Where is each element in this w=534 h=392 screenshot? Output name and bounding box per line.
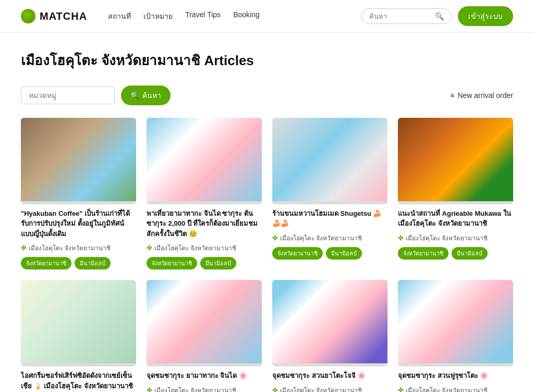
main-content: เมืองโฮคุโตะ จังหวัดยามานาชิ Articles 🔍 … (0, 33, 534, 392)
article-location: เมืองโฮคุโตะ จังหวัดยามานาชิ (280, 233, 362, 243)
navbar: MATCHA สถานที่ เป้าหมาย Travel Tips Book… (0, 0, 534, 33)
article-card[interactable]: พาเที่ยวยามาทากะ จินได ซากุระ ต้นซากุระ … (147, 118, 262, 270)
filter-search-button[interactable]: 🔍 ค้นหา (121, 85, 171, 105)
search-box: 🔍 (361, 8, 452, 24)
nav-link-booking[interactable]: Booking (233, 10, 260, 22)
article-tags: จังหวัดยามานาชิมีนามิอลป์ (147, 257, 262, 270)
article-card[interactable]: จุดชมซากุระ สวนฟูรุซาโตะ 🌸✤ เมืองโฮคุโตะ… (398, 280, 513, 392)
article-tags: จังหวัดยามานาชิมีนามิอลป์ (21, 257, 136, 270)
search-icon-small: 🔍 (130, 91, 139, 100)
meta-icon: ✤ (398, 386, 404, 393)
article-location: เมืองโฮคุโตะ จังหวัดยามานาชิ (154, 385, 236, 393)
article-meta: ✤ เมืองโฮคุโตะ จังหวัดยามานาชิ (147, 385, 262, 393)
article-location: เมืองโฮคุโตะ จังหวัดยามานาชิ (29, 243, 111, 253)
article-tags: จังหวัดยามานาชิมีนามิอลป์ (398, 247, 513, 260)
page-title: เมืองโฮคุโตะ จังหวัดยามานาชิ Articles (21, 50, 513, 71)
article-location: เมืองโฮคุโตะ จังหวัดยามานาชิ (280, 385, 362, 393)
article-tag[interactable]: มีนามิอลป์ (326, 247, 362, 260)
article-tag[interactable]: จังหวัดยามานาชิ (21, 257, 71, 270)
article-location: เมืองโฮคุโตะ จังหวัดยามานาชิ (154, 243, 236, 253)
article-meta: ✤ เมืองโฮคุโตะ จังหวัดยามานาชิ (147, 243, 262, 253)
article-meta: ✤ เมืองโฮคุโตะ จังหวัดยามานาชิ (272, 385, 387, 393)
articles-grid: "Hyakuban Coffee" เป็นร้านเก่าที่ได้รับก… (21, 118, 513, 392)
article-tag[interactable]: จังหวัดยามานาชิ (147, 257, 197, 270)
article-title: พาเที่ยวยามาทากะ จินได ซากุระ ต้นซากุระ … (147, 209, 262, 239)
nav-right: 🔍 เข้าสู่ระบบ (361, 6, 513, 26)
meta-icon: ✤ (272, 386, 278, 393)
article-title: จุดชมซากุระ สวนฟูรุซาโตะ 🌸 (398, 371, 513, 381)
nav-link-travel-tips[interactable]: Travel Tips (185, 10, 221, 22)
article-tag[interactable]: จังหวัดยามานาชิ (398, 247, 448, 260)
article-title: จุดชมซากุระ ยามาทากะ จินได 🌸 (147, 371, 262, 381)
article-title: ไอศกรีมซอร์ฟเสิร์ฟซิอัดดังจากเซย์เซ็นเชี… (21, 371, 136, 391)
filter-search-label: ค้นหา (142, 90, 161, 101)
article-thumbnail (398, 280, 513, 366)
article-thumbnail (147, 118, 262, 204)
nav-links: สถานที่ เป้าหมาย Travel Tips Booking (108, 10, 260, 22)
category-filter-input[interactable] (21, 87, 115, 104)
article-meta: ✤ เมืองโฮคุโตะ จังหวัดยามานาชิ (398, 385, 513, 393)
article-meta: ✤ เมืองโฮคุโตะ จังหวัดยามานาชิ (398, 233, 513, 243)
meta-icon: ✤ (21, 244, 27, 252)
article-thumbnail (21, 280, 136, 366)
article-meta: ✤ เมืองโฮคุโตะ จังหวัดยามานาชิ (272, 233, 387, 243)
meta-icon: ✤ (147, 244, 152, 252)
logo-circle-icon (21, 9, 35, 23)
meta-icon: ✤ (272, 234, 278, 242)
search-icon: 🔍 (435, 12, 444, 20)
article-title: ร้านขนมหวานโฮมเมด Shugetsu 🍰🍰🍰 (272, 209, 387, 229)
article-tags: จังหวัดยามานาชิมีนามิอลป์ (272, 247, 387, 260)
article-location: เมืองโฮคุโตะ จังหวัดยามานาชิ (406, 385, 488, 393)
article-tag[interactable]: จังหวัดยามานาชิ (272, 247, 323, 260)
article-card[interactable]: ไอศกรีมซอร์ฟเสิร์ฟซิอัดดังจากเซย์เซ็นเชี… (21, 280, 136, 392)
sort-selector[interactable]: ≡ New arrival order (450, 91, 513, 100)
nav-link-spots[interactable]: สถานที่ (108, 10, 131, 22)
article-thumbnail (21, 118, 136, 204)
search-input[interactable] (369, 13, 432, 20)
nav-link-goals[interactable]: เป้าหมาย (143, 10, 173, 22)
article-card[interactable]: จุดชมซากุระ ยามาทากะ จินได 🌸✤ เมืองโฮคุโ… (147, 280, 262, 392)
filter-bar: 🔍 ค้นหา ≡ New arrival order (21, 85, 513, 105)
sort-label-text: New arrival order (457, 91, 513, 100)
article-card[interactable]: "Hyakuban Coffee" เป็นร้านเก่าที่ได้รับก… (21, 118, 136, 270)
article-card[interactable]: แนะนำสถานที่ Agrieable Mukawa ในเมืองโฮค… (398, 118, 513, 270)
article-card[interactable]: ร้านขนมหวานโฮมเมด Shugetsu 🍰🍰🍰✤ เมืองโฮค… (272, 118, 387, 270)
article-thumbnail (398, 118, 513, 204)
article-thumbnail (272, 280, 387, 366)
meta-icon: ✤ (147, 386, 152, 393)
sort-icon: ≡ (450, 91, 454, 100)
article-title: จุดชมซากุระ สวนยาโตะโจจิ 🌸 (272, 371, 387, 381)
meta-icon: ✤ (398, 234, 404, 242)
article-tag[interactable]: มีนามิอลป์ (75, 257, 111, 270)
logo-text: MATCHA (40, 10, 87, 22)
article-title: "Hyakuban Coffee" เป็นร้านเก่าที่ได้รับก… (21, 209, 136, 239)
article-location: เมืองโฮคุโตะ จังหวัดยามานาชิ (406, 233, 488, 243)
logo-link[interactable]: MATCHA (21, 9, 87, 23)
article-tag[interactable]: มีนามิอลป์ (452, 247, 488, 260)
article-card[interactable]: จุดชมซากุระ สวนยาโตะโจจิ 🌸✤ เมืองโฮคุโตะ… (272, 280, 387, 392)
article-title: แนะนำสถานที่ Agrieable Mukawa ในเมืองโฮค… (398, 209, 513, 229)
article-meta: ✤ เมืองโฮคุโตะ จังหวัดยามานาชิ (21, 243, 136, 253)
article-thumbnail (272, 118, 387, 204)
login-button[interactable]: เข้าสู่ระบบ (458, 6, 513, 26)
article-thumbnail (147, 280, 262, 366)
article-tag[interactable]: มีนามิอลป์ (200, 257, 236, 270)
